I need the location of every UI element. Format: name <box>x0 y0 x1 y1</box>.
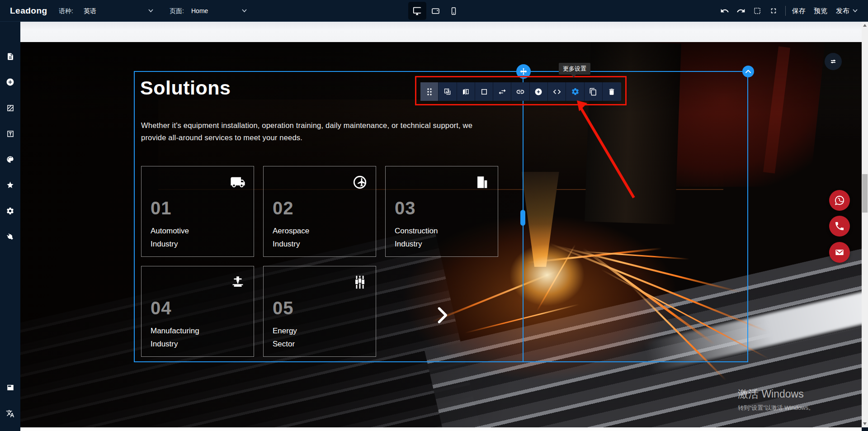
chevron-down-icon[interactable] <box>853 9 858 13</box>
editor-sidebar <box>0 22 20 431</box>
watermark-line1: 激活 Windows <box>738 387 814 401</box>
chevron-up-icon[interactable] <box>742 66 754 77</box>
translate-icon[interactable] <box>5 409 15 418</box>
topbar-divider <box>785 6 786 16</box>
whatsapp-icon[interactable] <box>829 190 850 211</box>
page-label: 页面: <box>170 7 184 15</box>
mobile-icon[interactable] <box>444 2 462 20</box>
scroll-down-icon[interactable] <box>863 422 867 425</box>
scroll-up-icon[interactable] <box>863 24 867 27</box>
email-icon[interactable] <box>829 242 850 263</box>
add-block-icon[interactable] <box>5 77 15 87</box>
background-icon[interactable] <box>5 103 15 113</box>
grid-icon[interactable] <box>752 6 762 16</box>
scrollbar-thumb[interactable] <box>862 174 868 213</box>
vertical-scrollbar[interactable] <box>862 22 868 427</box>
page-select[interactable]: Home <box>191 7 208 14</box>
tooltip: 更多设置 <box>559 63 590 75</box>
save-button[interactable]: 保存 <box>792 7 806 15</box>
language-label: 语种: <box>59 7 73 15</box>
tablet-icon[interactable] <box>426 2 444 20</box>
undo-icon[interactable] <box>720 6 730 16</box>
device-preview-group <box>408 0 462 22</box>
palette-icon[interactable] <box>5 155 15 164</box>
preview-button[interactable]: 预览 <box>814 7 827 15</box>
chevron-down-icon[interactable] <box>148 9 153 13</box>
page-top-strip <box>20 22 862 42</box>
sliders-icon[interactable] <box>825 53 842 70</box>
selection-rectangle <box>134 71 748 362</box>
annotation-rectangle <box>415 76 627 105</box>
settings-icon[interactable] <box>5 206 15 216</box>
text-icon[interactable] <box>5 129 15 138</box>
column-resize-handle[interactable] <box>520 210 525 226</box>
phone-icon[interactable] <box>829 216 850 237</box>
language-select[interactable]: 英语 <box>84 7 96 15</box>
editor-topbar: Leadong 语种: 英语 页面: Home 保存 <box>0 0 868 22</box>
horizontal-scrollbar[interactable] <box>20 427 862 431</box>
chevron-down-icon[interactable] <box>242 9 247 13</box>
publish-button[interactable]: 发布 <box>836 7 849 15</box>
watermark-line2: 转到“设置”以激活 Windows。 <box>738 404 814 412</box>
redo-icon[interactable] <box>736 6 746 16</box>
panel-icon[interactable] <box>5 383 15 392</box>
history-group <box>720 0 778 22</box>
effects-icon[interactable] <box>5 180 15 190</box>
pages-icon[interactable] <box>5 52 15 61</box>
plugin-icon[interactable] <box>5 232 15 242</box>
tooltip-caret <box>571 74 577 77</box>
app-logo: Leadong <box>10 6 47 16</box>
desktop-icon[interactable] <box>408 2 426 20</box>
windows-activation-watermark: 激活 Windows 转到“设置”以激活 Windows。 <box>738 387 814 412</box>
fullscreen-icon[interactable] <box>769 6 778 16</box>
